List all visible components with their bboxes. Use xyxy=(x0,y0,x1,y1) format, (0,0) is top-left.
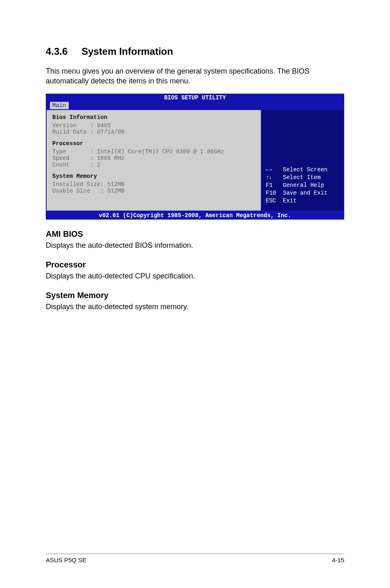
bios-tab-row: Main xyxy=(46,102,344,110)
processor-speed-row: Speed : 1866 MHz xyxy=(52,155,255,162)
system-memory-text: Displays the auto-detected system memory… xyxy=(46,302,344,312)
ami-bios-text: Displays the auto-detected BIOS informat… xyxy=(46,240,344,250)
bios-footer: v02.61 (C)Copyright 1985-2008, American … xyxy=(46,211,344,220)
memory-usable-row: Usable Size : 512MB xyxy=(52,188,255,194)
bios-tab-main[interactable]: Main xyxy=(50,102,69,109)
bios-body: Bios Information Version : 0405 Build Da… xyxy=(46,110,344,211)
bios-help-block: Select Screen Select Item F1 General Hel… xyxy=(266,166,327,204)
intro-paragraph: This menu gives you an overview of the g… xyxy=(46,66,344,86)
help-f10-key: F10 xyxy=(266,189,283,197)
processor-text: Displays the auto-detected CPU specifica… xyxy=(46,271,344,281)
bios-right-pane: Select Screen Select Item F1 General Hel… xyxy=(262,110,343,211)
arrows-left-right-icon xyxy=(266,166,283,174)
help-select-item-label: Select Item xyxy=(283,174,321,182)
help-f10: F10 Save and Exit xyxy=(266,189,327,197)
bios-info-header: Bios Information xyxy=(52,114,255,121)
section-number: 4.3.6 xyxy=(46,46,67,57)
memory-installed-row: Installed Size: 512MB xyxy=(52,181,255,188)
help-f1-key: F1 xyxy=(266,182,283,189)
help-f1-label: General Help xyxy=(283,182,324,189)
processor-type-row: Type : Intel(R) Core(TM)2 CPU 6300 @ 1.8… xyxy=(52,148,255,155)
arrows-up-down-icon xyxy=(266,174,283,182)
help-select-screen-label: Select Screen xyxy=(283,166,327,174)
processor-header: Processor xyxy=(52,140,255,147)
bios-version-row: Version : 0405 xyxy=(52,122,255,129)
help-select-screen: Select Screen xyxy=(266,166,327,174)
help-f1: F1 General Help xyxy=(266,182,327,189)
bios-left-pane: Bios Information Version : 0405 Build Da… xyxy=(47,110,262,211)
processor-heading: Processor xyxy=(46,260,344,269)
footer-left: ASUS P5Q SE xyxy=(46,557,86,563)
ami-bios-heading: AMI BIOS xyxy=(46,229,344,239)
system-memory-header: System Memory xyxy=(52,173,255,180)
bios-panel: BIOS SETUP UTILITY Main Bios Information… xyxy=(46,94,344,220)
bios-builddate-row: Build Date : 07/14/08 xyxy=(52,129,255,135)
help-select-item: Select Item xyxy=(266,174,327,182)
processor-count-row: Count : 2 xyxy=(52,162,255,168)
help-esc-label: Exit xyxy=(283,197,297,205)
section-title: System Information xyxy=(81,46,173,57)
page-footer: ASUS P5Q SE 4-15 xyxy=(46,554,344,563)
help-f10-label: Save and Exit xyxy=(283,189,327,197)
footer-right: 4-15 xyxy=(332,557,344,563)
page: 4.3.6System Information This menu gives … xyxy=(0,0,390,588)
help-esc: ESC Exit xyxy=(266,197,327,205)
system-memory-heading: System Memory xyxy=(46,291,344,300)
bios-titlebar: BIOS SETUP UTILITY xyxy=(46,94,344,102)
help-esc-key: ESC xyxy=(266,197,283,205)
section-heading: 4.3.6System Information xyxy=(46,46,344,57)
